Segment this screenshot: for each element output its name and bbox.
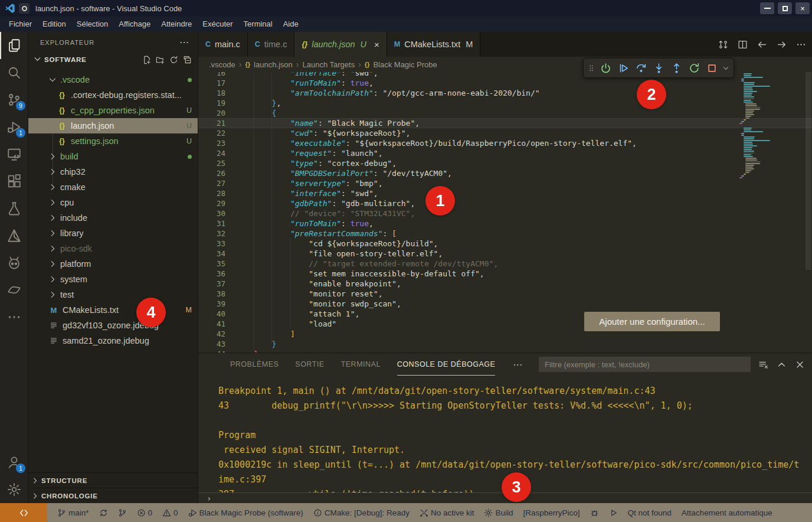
remote-indicator[interactable] — [0, 503, 47, 522]
compare-changes-icon[interactable] — [718, 40, 728, 50]
menu-atteindre[interactable]: Atteindre — [156, 17, 197, 32]
status-cmake-status[interactable]: CMake: [Debug]: Ready — [313, 508, 410, 517]
collapse-panel-icon[interactable] — [777, 360, 787, 370]
tab-launch-json[interactable]: {}launch.jsonU× — [294, 32, 387, 57]
status-debug-config[interactable]: Black Magic Probe (software) — [188, 508, 303, 517]
collapse-all-icon[interactable] — [183, 56, 192, 64]
editor-scrollbar[interactable] — [804, 72, 812, 353]
panel-tab-console-de-d-bogage[interactable]: CONSOLE DE DÉBOGAGE — [397, 353, 495, 376]
menu-fichier[interactable]: Fichier — [4, 17, 37, 32]
activity-testing[interactable] — [0, 195, 28, 222]
close-icon[interactable]: × — [374, 40, 379, 50]
arrow-left-icon[interactable] — [757, 40, 767, 50]
menu-aide[interactable]: Aide — [278, 17, 304, 32]
breadcrumb-item-black-magic-probe[interactable]: Black Magic Probe — [373, 60, 437, 69]
tree-item-vscode[interactable]: .vscode — [28, 72, 198, 87]
tab-time-c[interactable]: Ctime.c — [248, 32, 295, 57]
split-editor-icon[interactable] — [738, 40, 748, 50]
panel-tab-sortie[interactable]: SORTIE — [295, 353, 324, 376]
clear-console-icon[interactable] — [758, 360, 768, 370]
breadcrumb-item-launch-json[interactable]: launch.json — [254, 60, 293, 69]
new-folder-icon[interactable] — [156, 56, 165, 64]
menu-affichage[interactable]: Affichage — [113, 17, 156, 32]
status-git-branch[interactable]: main* — [57, 508, 89, 517]
status-build[interactable]: Build — [484, 508, 513, 517]
panel-tab-probl-mes[interactable]: PROBLÈMES — [230, 353, 279, 376]
explorer-section-header[interactable]: SOFTWARE — [28, 53, 198, 67]
step-over-icon[interactable] — [633, 60, 649, 76]
scrollbar-thumb[interactable] — [806, 72, 811, 270]
sidebar-section-chronologie[interactable]: CHRONOLOGIE — [28, 488, 198, 503]
tree-item-samd21-ozone-jdebug[interactable]: samd21_ozone.jdebug — [28, 333, 198, 348]
tab-main-c[interactable]: Cmain.c — [198, 32, 248, 57]
status-kit[interactable]: No active kit — [420, 508, 474, 517]
chevron-down-icon[interactable] — [722, 60, 730, 76]
activity-account[interactable]: 1 — [0, 449, 28, 476]
activity-platformio[interactable] — [0, 249, 28, 276]
activity-source-control[interactable]: 9 — [0, 86, 28, 113]
activity-cmake[interactable] — [0, 222, 28, 249]
status-debug-icon[interactable] — [590, 508, 599, 517]
explorer-more-icon[interactable]: ⋯ — [179, 37, 189, 48]
status-qt-status[interactable]: Qt not found — [628, 508, 672, 517]
continue-icon[interactable] — [615, 60, 631, 76]
panel-tab-terminal[interactable]: TERMINAL — [341, 353, 381, 376]
menu-edition[interactable]: Edition — [37, 17, 71, 32]
refresh-icon[interactable] — [169, 56, 178, 64]
tree-item-library[interactable]: library — [28, 226, 198, 241]
activity-search[interactable] — [0, 59, 28, 86]
menu-terminal[interactable]: Terminal — [238, 17, 278, 32]
tab-cmakelists-txt[interactable]: MCMakeLists.txtM — [387, 32, 481, 57]
tree-item-system[interactable]: system — [28, 272, 198, 287]
tree-item-test[interactable]: test — [28, 287, 198, 302]
stop-icon[interactable] — [704, 60, 719, 76]
new-file-icon[interactable] — [142, 56, 151, 64]
status-graph[interactable] — [118, 508, 127, 517]
activity-remote-explorer[interactable] — [0, 141, 28, 168]
status-run-icon[interactable] — [609, 508, 618, 517]
breadcrumb-item-launch-targets[interactable]: Launch Targets — [303, 60, 355, 69]
code-editor[interactable]: 16 "interface": "swd",17 "runToMain": tr… — [198, 72, 812, 353]
gripper-icon[interactable] — [587, 60, 595, 76]
tree-item-launch-json[interactable]: {}launch.jsonU — [28, 118, 198, 133]
activity-settings[interactable] — [0, 476, 28, 503]
tree-item-c-cpp-properties-json[interactable]: {}c_cpp_properties.jsonU — [28, 103, 198, 118]
power-icon[interactable] — [598, 60, 613, 76]
arrow-right-icon[interactable] — [777, 40, 787, 50]
tree-item-chip32[interactable]: chip32 — [28, 164, 198, 180]
activity-visual-studio[interactable] — [0, 276, 28, 304]
maximize-button[interactable] — [778, 2, 792, 14]
restart-icon[interactable] — [686, 60, 702, 76]
tree-item-platform[interactable]: platform — [28, 256, 198, 272]
tree-item-cortex-debug-registers-stat[interactable]: {}.cortex-debug.registers.stat... — [28, 87, 198, 103]
tree-item-build[interactable]: build — [28, 149, 198, 164]
tree-item-settings-json[interactable]: {}settings.jsonU — [28, 133, 198, 149]
panel-more-icon[interactable]: ⋯ — [513, 359, 523, 370]
status-build-target[interactable]: [RaspberryPico] — [523, 508, 580, 517]
close-button[interactable]: × — [795, 2, 810, 14]
step-out-icon[interactable] — [669, 60, 684, 76]
minimize-button[interactable] — [760, 2, 774, 14]
breadcrumb-item-vscode[interactable]: .vscode — [209, 60, 235, 69]
close-panel-icon[interactable] — [795, 360, 805, 370]
tree-item-pico-sdk[interactable]: pico-sdk — [28, 241, 198, 256]
tree-item-cmake[interactable]: cmake — [28, 180, 198, 195]
step-into-icon[interactable] — [651, 60, 666, 76]
tree-item-cpu[interactable]: cpu — [28, 195, 198, 210]
minimap[interactable] — [738, 73, 801, 182]
tree-item-include[interactable]: include — [28, 210, 198, 226]
tree-item-gd32vf103-ozone-jdebug[interactable]: gd32vf103_ozone.jdebug — [28, 318, 198, 333]
status-warnings[interactable]: 0 — [162, 508, 178, 517]
menu-ex-cuter[interactable]: Exécuter — [197, 17, 238, 32]
more-icon[interactable] — [796, 40, 806, 50]
status-sync[interactable] — [99, 508, 108, 517]
menu-s-lection[interactable]: Sélection — [71, 17, 113, 32]
add-configuration-button[interactable]: Ajouter une configuration... — [584, 312, 720, 331]
status-auto-attach[interactable]: Attachement automatique — [682, 508, 772, 517]
activity-explorer[interactable] — [0, 32, 28, 59]
activity-extensions[interactable] — [0, 168, 28, 195]
sidebar-section-structure[interactable]: STRUCTURE — [28, 472, 198, 488]
activity-run-and-debug[interactable]: 1 — [0, 113, 28, 141]
activity-more[interactable] — [0, 304, 28, 331]
debug-console-filter-input[interactable] — [539, 357, 751, 372]
